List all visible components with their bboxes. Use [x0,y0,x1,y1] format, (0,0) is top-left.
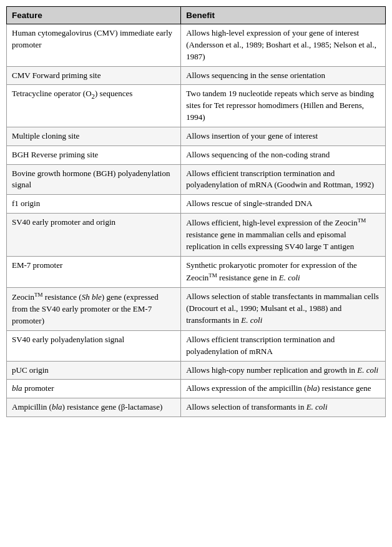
feature-cell: BGH Reverse priming site [7,145,181,164]
table-row: Ampicillin (bla) resistance gene (β-lact… [7,398,386,417]
table-row: EM-7 promoterSynthetic prokaryotic promo… [7,256,386,287]
main-table-container: Feature Benefit Human cytomegalovirus (C… [6,6,386,417]
feature-cell: SV40 early polyadenylation signal [7,330,181,361]
feature-cell: SV40 early promoter and origin [7,214,181,257]
feature-header: Feature [7,7,181,24]
benefit-cell: Allows efficient, high-level expression … [181,214,386,257]
table-row: ZeocinTM resistance (Sh ble) gene (expre… [7,288,386,331]
benefit-cell: Allows high-copy number replication and … [181,361,386,380]
feature-cell: ZeocinTM resistance (Sh ble) gene (expre… [7,288,181,331]
benefit-cell: Allows sequencing in the sense orientati… [181,66,386,85]
feature-cell: Tetracycline operator (O2) sequences [7,85,181,127]
benefit-cell: Allows high-level expression of your gen… [181,24,386,67]
table-row: SV40 early promoter and originAllows eff… [7,214,386,257]
table-row: bla promoterAllows expression of the amp… [7,380,386,398]
benefit-cell: Allows efficient transcription terminati… [181,330,386,361]
benefit-cell: Allows expression of the ampicillin (bla… [181,380,386,398]
feature-cell: Human cytomegalovirus (CMV) immediate ea… [7,24,181,67]
table-row: Tetracycline operator (O2) sequencesTwo … [7,85,386,127]
benefit-cell: Two tandem 19 nucleotide repeats which s… [181,85,386,127]
feature-cell: bla promoter [7,380,181,398]
feature-cell: pUC origin [7,361,181,380]
table-row: BGH Reverse priming siteAllows sequencin… [7,145,386,164]
feature-cell: Multiple cloning site [7,127,181,145]
feature-cell: CMV Forward priming site [7,66,181,85]
benefit-cell: Allows rescue of single-stranded DNA [181,195,386,214]
features-table: Feature Benefit Human cytomegalovirus (C… [6,6,386,417]
benefit-header: Benefit [181,7,386,24]
table-row: Multiple cloning siteAllows insertion of… [7,127,386,145]
table-row: pUC originAllows high-copy number replic… [7,361,386,380]
table-row: CMV Forward priming siteAllows sequencin… [7,66,386,85]
benefit-cell: Synthetic prokaryotic promoter for expre… [181,256,386,287]
benefit-cell: Allows efficient transcription terminati… [181,164,386,195]
table-row: SV40 early polyadenylation signalAllows … [7,330,386,361]
table-row: f1 originAllows rescue of single-strande… [7,195,386,214]
table-row: Bovine growth hormone (BGH) polyadenylat… [7,164,386,195]
feature-cell: Bovine growth hormone (BGH) polyadenylat… [7,164,181,195]
table-row: Human cytomegalovirus (CMV) immediate ea… [7,24,386,67]
feature-cell: EM-7 promoter [7,256,181,287]
feature-cell: f1 origin [7,195,181,214]
feature-cell: Ampicillin (bla) resistance gene (β-lact… [7,398,181,417]
benefit-cell: Allows selection of stable transfectants… [181,288,386,331]
benefit-cell: Allows selection of transformants in E. … [181,398,386,417]
benefit-cell: Allows insertion of your gene of interes… [181,127,386,145]
benefit-cell: Allows sequencing of the non-coding stra… [181,145,386,164]
